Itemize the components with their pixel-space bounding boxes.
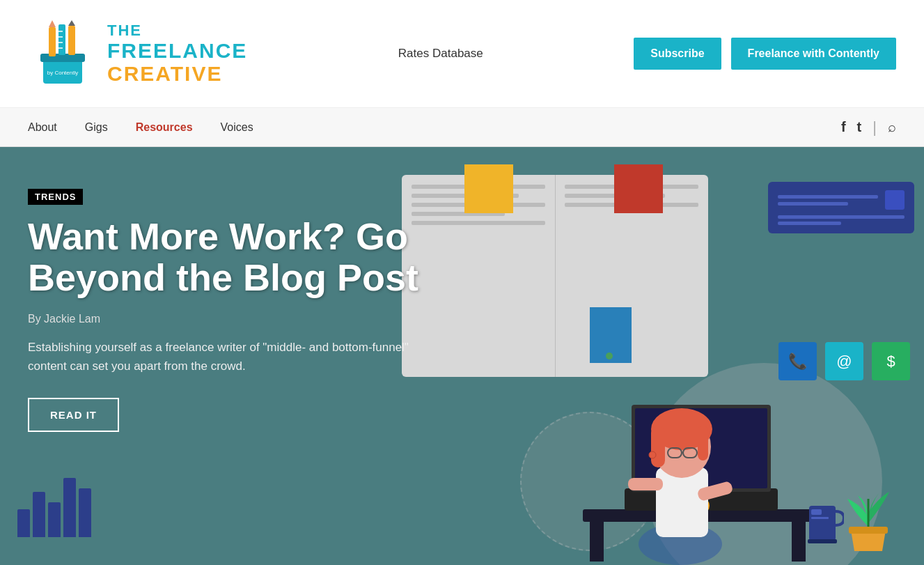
svg-text:by Contently: by Contently — [47, 70, 78, 76]
svg-rect-25 — [651, 426, 665, 467]
logo-the: THE — [107, 22, 247, 39]
chat-bubble — [768, 182, 914, 233]
hero-category: TRENDS — [28, 189, 83, 205]
header-buttons: Subscribe Freelance with Contently — [634, 38, 896, 70]
navbar-links: About Gigs Resources Voices — [28, 121, 253, 134]
search-icon[interactable]: ⌕ — [888, 119, 896, 135]
svg-point-30 — [649, 451, 656, 458]
logo[interactable]: by Contently THE FREELANCE CREATIVE — [28, 19, 247, 88]
site-header: by Contently THE FREELANCE CREATIVE Rate… — [0, 0, 924, 108]
logo-freelance: FREELANCE — [107, 39, 247, 62]
svg-rect-13 — [590, 520, 604, 562]
svg-rect-2 — [49, 27, 56, 56]
hero-section: 📞 @ $ — [0, 147, 924, 565]
svg-rect-22 — [656, 467, 708, 537]
money-icon-btn: $ — [872, 342, 910, 380]
logo-creative: CREATIVE — [107, 62, 247, 85]
navbar-social-icons: f t | ⌕ — [841, 118, 896, 137]
twitter-icon[interactable]: t — [857, 119, 862, 135]
read-it-button[interactable]: READ IT — [28, 398, 119, 432]
nav-divider: | — [872, 118, 877, 137]
svg-rect-37 — [849, 527, 888, 534]
svg-marker-10 — [68, 20, 75, 26]
plant — [840, 471, 896, 555]
nav-voices[interactable]: Voices — [221, 121, 253, 134]
freelance-button[interactable]: Freelance with Contently — [731, 38, 896, 70]
svg-rect-35 — [811, 517, 829, 519]
svg-rect-4 — [58, 24, 65, 55]
logo-text: THE FREELANCE CREATIVE — [107, 22, 247, 85]
nav-gigs[interactable]: Gigs — [85, 121, 108, 134]
hero-title: Want More Work? Go Beyond the Blog Post — [28, 216, 434, 299]
svg-rect-36 — [808, 539, 837, 543]
svg-rect-9 — [68, 26, 75, 55]
subscribe-button[interactable]: Subscribe — [634, 38, 721, 70]
svg-rect-14 — [792, 520, 806, 562]
coffee-cup — [806, 492, 844, 548]
logo-icon: by Contently — [28, 19, 97, 88]
main-navbar: About Gigs Resources Voices f t | ⌕ — [0, 108, 924, 147]
facebook-icon[interactable]: f — [841, 119, 846, 135]
svg-rect-26 — [698, 426, 708, 460]
hero-content: TRENDS Want More Work? Go Beyond the Blo… — [0, 147, 462, 565]
hero-excerpt: Establishing yourself as a freelance wri… — [28, 338, 434, 376]
hero-author: By Jackie Lam — [28, 313, 434, 325]
person-illustration — [569, 272, 833, 565]
svg-rect-31 — [628, 478, 663, 490]
nav-about[interactable]: About — [28, 121, 57, 134]
svg-rect-34 — [811, 509, 822, 515]
header-rates-link[interactable]: Rates Database — [398, 47, 483, 61]
svg-marker-3 — [49, 20, 56, 27]
nav-resources[interactable]: Resources — [136, 121, 193, 134]
